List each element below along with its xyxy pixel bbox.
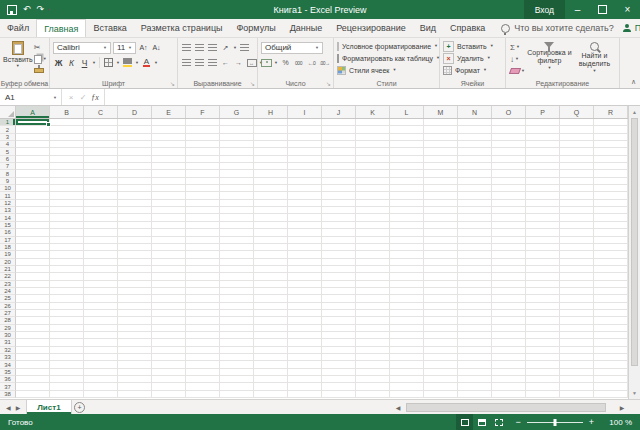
- cell-P35[interactable]: [526, 369, 560, 376]
- cell-I30[interactable]: [288, 332, 322, 339]
- cell-J16[interactable]: [322, 229, 356, 236]
- cell-N23[interactable]: [458, 281, 492, 288]
- cell-P4[interactable]: [526, 141, 560, 148]
- cell-O28[interactable]: [492, 317, 526, 324]
- cell-J38[interactable]: [322, 391, 356, 398]
- cell-R19[interactable]: [594, 251, 628, 258]
- cell-R2[interactable]: [594, 126, 628, 133]
- cell-D9[interactable]: [118, 178, 152, 185]
- cell-O17[interactable]: [492, 237, 526, 244]
- row-header-37[interactable]: 37: [0, 383, 16, 390]
- cell-A23[interactable]: [16, 281, 50, 288]
- redo-button[interactable]: ↷: [37, 5, 45, 14]
- cell-C26[interactable]: [84, 303, 118, 310]
- sheet-nav-left-icon[interactable]: ◀: [6, 404, 11, 411]
- cell-E16[interactable]: [152, 229, 186, 236]
- cell-R22[interactable]: [594, 273, 628, 280]
- cell-F28[interactable]: [186, 317, 220, 324]
- cell-E8[interactable]: [152, 170, 186, 177]
- cell-K14[interactable]: [356, 214, 390, 221]
- cell-R37[interactable]: [594, 383, 628, 390]
- tab-help[interactable]: Справка: [443, 19, 492, 37]
- cell-N28[interactable]: [458, 317, 492, 324]
- cell-R33[interactable]: [594, 354, 628, 361]
- cell-I8[interactable]: [288, 170, 322, 177]
- cell-D10[interactable]: [118, 185, 152, 192]
- cell-P1[interactable]: [526, 119, 560, 126]
- cell-B9[interactable]: [50, 178, 84, 185]
- cell-J12[interactable]: [322, 200, 356, 207]
- cell-O4[interactable]: [492, 141, 526, 148]
- cell-E4[interactable]: [152, 141, 186, 148]
- select-all-corner[interactable]: [0, 106, 16, 118]
- cell-L29[interactable]: [390, 325, 424, 332]
- cell-E22[interactable]: [152, 273, 186, 280]
- cell-N1[interactable]: [458, 119, 492, 126]
- sheet-nav-right-icon[interactable]: ▶: [16, 404, 21, 411]
- cell-C32[interactable]: [84, 347, 118, 354]
- cell-Q26[interactable]: [560, 303, 594, 310]
- cell-Q37[interactable]: [560, 383, 594, 390]
- cell-M19[interactable]: [424, 251, 458, 258]
- cell-B22[interactable]: [50, 273, 84, 280]
- cell-P33[interactable]: [526, 354, 560, 361]
- maximize-button[interactable]: [590, 0, 615, 19]
- cell-K20[interactable]: [356, 259, 390, 266]
- cell-A15[interactable]: [16, 222, 50, 229]
- cell-C19[interactable]: [84, 251, 118, 258]
- cell-P34[interactable]: [526, 361, 560, 368]
- cell-H30[interactable]: [254, 332, 288, 339]
- cell-O37[interactable]: [492, 383, 526, 390]
- row-header-17[interactable]: 17: [0, 237, 16, 244]
- cell-G22[interactable]: [220, 273, 254, 280]
- cell-K30[interactable]: [356, 332, 390, 339]
- cell-K25[interactable]: [356, 295, 390, 302]
- cell-R13[interactable]: [594, 207, 628, 214]
- cell-N18[interactable]: [458, 244, 492, 251]
- column-header-P[interactable]: P: [526, 106, 560, 118]
- cell-O27[interactable]: [492, 310, 526, 317]
- cell-E33[interactable]: [152, 354, 186, 361]
- row-header-7[interactable]: 7: [0, 163, 16, 170]
- format-as-table-button[interactable]: Форматировать как таблицу ▼: [337, 52, 436, 64]
- cell-K3[interactable]: [356, 134, 390, 141]
- row-header-8[interactable]: 8: [0, 170, 16, 177]
- cell-R7[interactable]: [594, 163, 628, 170]
- cell-B36[interactable]: [50, 376, 84, 383]
- cell-N35[interactable]: [458, 369, 492, 376]
- cell-J26[interactable]: [322, 303, 356, 310]
- cell-C13[interactable]: [84, 207, 118, 214]
- cell-K9[interactable]: [356, 178, 390, 185]
- cell-L20[interactable]: [390, 259, 424, 266]
- cell-G11[interactable]: [220, 192, 254, 199]
- cell-Q2[interactable]: [560, 126, 594, 133]
- cell-H16[interactable]: [254, 229, 288, 236]
- cell-L14[interactable]: [390, 214, 424, 221]
- cell-L1[interactable]: [390, 119, 424, 126]
- cell-E17[interactable]: [152, 237, 186, 244]
- cell-C4[interactable]: [84, 141, 118, 148]
- cell-H3[interactable]: [254, 134, 288, 141]
- cell-I29[interactable]: [288, 325, 322, 332]
- cell-J2[interactable]: [322, 126, 356, 133]
- cell-M14[interactable]: [424, 214, 458, 221]
- cell-G18[interactable]: [220, 244, 254, 251]
- cell-N15[interactable]: [458, 222, 492, 229]
- cell-C7[interactable]: [84, 163, 118, 170]
- cell-J14[interactable]: [322, 214, 356, 221]
- cell-C36[interactable]: [84, 376, 118, 383]
- cell-I20[interactable]: [288, 259, 322, 266]
- cell-K4[interactable]: [356, 141, 390, 148]
- column-header-K[interactable]: K: [356, 106, 390, 118]
- cell-B4[interactable]: [50, 141, 84, 148]
- cell-B14[interactable]: [50, 214, 84, 221]
- cell-I3[interactable]: [288, 134, 322, 141]
- cell-D32[interactable]: [118, 347, 152, 354]
- cell-H36[interactable]: [254, 376, 288, 383]
- cell-K2[interactable]: [356, 126, 390, 133]
- cell-C37[interactable]: [84, 383, 118, 390]
- cell-P13[interactable]: [526, 207, 560, 214]
- cell-H1[interactable]: [254, 119, 288, 126]
- cell-Q7[interactable]: [560, 163, 594, 170]
- cell-B15[interactable]: [50, 222, 84, 229]
